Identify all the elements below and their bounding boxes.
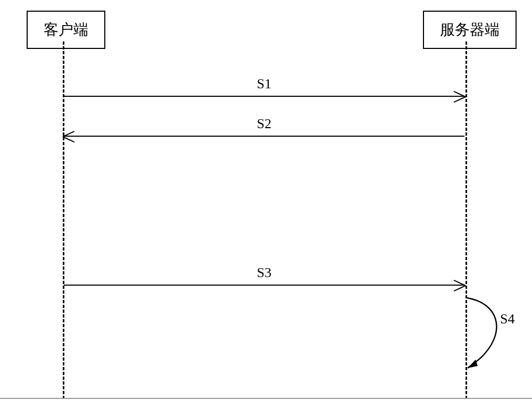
server-participant-box: 服务器端: [423, 11, 517, 49]
message-s1-line: [64, 96, 464, 97]
message-s2-line: [64, 136, 464, 137]
server-label: 服务器端: [440, 21, 500, 38]
client-participant-box: 客户端: [27, 11, 105, 49]
self-message-s4: [466, 298, 509, 374]
client-lifeline: [63, 41, 64, 399]
message-s4-label: S4: [500, 311, 514, 327]
bottom-border: [0, 398, 532, 399]
client-label: 客户端: [44, 21, 88, 38]
message-s1-label: S1: [64, 76, 464, 92]
message-s2-label: S2: [64, 116, 464, 132]
message-s3-line: [64, 285, 464, 286]
self-loop-icon: [466, 298, 509, 372]
message-s3-label: S3: [64, 265, 464, 281]
